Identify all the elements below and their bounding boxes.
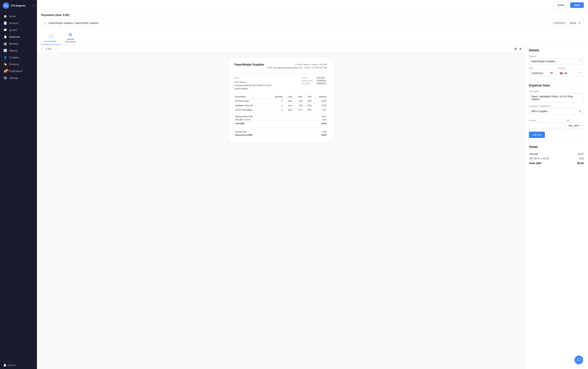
company-header[interactable]: 2D 270 Degrees ▾ [0, 0, 37, 11]
sidebar-item-label: Reports [9, 49, 18, 52]
sidebar-item-banking[interactable]: 🏦 Banking [0, 40, 37, 47]
document-label: Document [65, 40, 75, 43]
next-page-button[interactable]: › [54, 47, 58, 51]
expense-lines-title: Expense lines [529, 84, 584, 87]
page-total: 1 [51, 48, 52, 50]
delete-button[interactable]: Delete [553, 2, 568, 8]
description-value: Paper, Highlighter Packs, UK-EU Plug Ada… [531, 95, 581, 101]
category-field[interactable]: Office Supplies 🔍 [529, 108, 584, 114]
item-description: UK-EU Plug adaptor [234, 108, 268, 112]
payment-checkbox[interactable] [44, 22, 46, 24]
sidebar-item-contacts[interactable]: 👤 Contacts [0, 54, 37, 61]
upload-tab[interactable]: ⊕ Upload Document [62, 31, 78, 45]
country-col: Country 🇬🇧 GB ⌃ [557, 64, 584, 76]
invoice-contact: 77 Union Terrace - London - W2 GAN Email… [267, 63, 327, 69]
products-icon: 🏷️ [3, 62, 7, 66]
home-icon: 🏠 [3, 15, 7, 18]
download-button[interactable]: ⬇ [519, 47, 522, 51]
supplier-chevron-icon: ⌃ [579, 60, 581, 63]
company-avatar: 2D [3, 2, 9, 9]
sidebar-item-home[interactable]: 🏠 Home [0, 13, 37, 20]
file-tab-label: invoice609b... [44, 40, 58, 43]
search-icon: 🔍 [578, 110, 581, 113]
country-flag: 🇬🇧 [560, 72, 563, 75]
invoice-date-label: Invoice Date: [301, 79, 316, 82]
date-field[interactable]: 12/05/2021 📅 [529, 70, 555, 76]
payment-close-button[interactable]: ⊗ [578, 21, 581, 25]
country-field[interactable]: 🇬🇧 GB ⌃ [557, 70, 584, 76]
item-qty: 5 [268, 103, 284, 108]
quotes-icon: 💬 [3, 28, 7, 32]
amount-col: Amount 50.00 [529, 117, 564, 129]
email-label: Email: [267, 67, 273, 69]
date-col: Date 12/05/2021 📅 [529, 64, 555, 76]
col-vat: VAT [303, 95, 312, 99]
invoice-payment: Amount Paid 0.00 Amount Due (GBP) 50.00 [234, 128, 327, 137]
item-price: 3.00 [293, 103, 303, 108]
subtotal-value: 41.67 [304, 115, 327, 118]
prev-page-button[interactable]: ‹ [40, 47, 44, 51]
sidebar-item-expenses[interactable]: 📋 Expenses [0, 33, 37, 40]
bill-to-section: Bill to: Mr P Jackson 19 Henley Road BOY… [234, 76, 271, 90]
sidebar-item-invoices[interactable]: 📄 Invoices [0, 20, 37, 27]
item-qty: 5 [268, 99, 284, 103]
item-vat: 20% [303, 108, 312, 112]
save-button[interactable]: Save [570, 2, 584, 8]
item-qty: 1 [268, 108, 284, 112]
item-amount: 4.17 [312, 108, 327, 112]
subtotal-value: 41.67 [578, 152, 584, 155]
file-pdf-icon: 📄 [48, 34, 54, 39]
category-label: Category 3 suggestions [529, 105, 584, 107]
item-amount: 22.50 [312, 99, 327, 103]
supplier-field[interactable]: PaperWeight Supplies ⌃ [529, 58, 584, 64]
delete-page-button[interactable]: 🗑 [514, 47, 517, 51]
invoice-divider [234, 73, 327, 74]
banking-icon: 🏦 [3, 42, 7, 45]
chat-button[interactable] [575, 356, 583, 364]
invoice-details-right: Invoice: 2021-004 Invoice Date: 12/05/20… [301, 76, 327, 90]
bill-to-label: Bill to: [234, 76, 271, 80]
vat-col: VAT Incl. 20% ⌃ [566, 117, 584, 129]
sidebar-item-settings[interactable]: ⚙️ Settings [0, 74, 37, 81]
bill-to-name: Mr P Jackson [234, 80, 271, 84]
vat-totals-value: 8.33 [579, 157, 584, 160]
amount-field[interactable]: 50.00 [529, 122, 564, 129]
upload-icon: ⊕ [69, 32, 72, 37]
payments-section: Payments (due: 0.00) PaperWeight Supplie… [37, 10, 588, 29]
sidebar-item-notifications[interactable]: 🔔 10 Notifications [0, 68, 37, 74]
amount-due-label: Amount Due (GBP) [234, 133, 304, 137]
totals-title: Totals [529, 145, 584, 149]
document-tabs: 📄 invoice609b... ⊕ Upload Document [37, 29, 588, 45]
app-logo-icon: 📑 [3, 364, 6, 367]
app-name: debitoor [8, 364, 16, 367]
item-unit: each [284, 103, 293, 108]
file-tab[interactable]: 📄 invoice609b... [41, 33, 61, 45]
sidebar-item-label: Contacts [9, 56, 19, 59]
payment-date: 12/05/2021 [553, 22, 566, 24]
description-field[interactable]: Paper, Highlighter Packs, UK-EU Plug Ada… [529, 93, 584, 102]
sidebar-item-quotes[interactable]: 💬 Quotes [0, 27, 37, 33]
vat-label: VAT 20% of 41.67 [234, 118, 304, 121]
invoice-paper: PaperWeight Supplies 77 Union Terrace - … [228, 57, 334, 142]
item-vat: 20% [303, 103, 312, 108]
total-label: Total GBP [234, 121, 304, 125]
invoice-totals: Subtotal without VAT 41.67 VAT 20% of 41… [234, 115, 327, 125]
payment-amount: 50.00 [570, 22, 576, 24]
sidebar-item-products[interactable]: 🏷️ Products [0, 61, 37, 68]
vat-chevron-icon: ⌃ [579, 124, 581, 127]
sidebar-item-reports[interactable]: 📊 Reports [0, 47, 37, 54]
country-label: Country [557, 67, 584, 70]
invoices-icon: 📄 [3, 21, 7, 25]
invoice-date: 12/05/2021 [316, 79, 327, 82]
vat-field[interactable]: Incl. 20% ⌃ [566, 122, 584, 129]
due-date: 26/05/2021 [316, 82, 327, 85]
table-row: A4 Printer paper 5 each 4.50 20% 22.50 [234, 99, 327, 103]
amount-vat-row: Amount 50.00 VAT Incl. 20% ⌃ [529, 117, 584, 129]
invoice-company-name: PaperWeight Supplies [234, 63, 264, 69]
preview-toolbar: ‹ 1 of 1 › 🗑 ⬇ [37, 45, 525, 53]
total-value: 50.00 [304, 121, 327, 125]
add-line-button[interactable]: Add line [529, 132, 545, 138]
expenses-icon: 📋 [3, 35, 7, 39]
vat-label: VAT [566, 119, 584, 122]
upload-label: Upload [67, 38, 74, 40]
